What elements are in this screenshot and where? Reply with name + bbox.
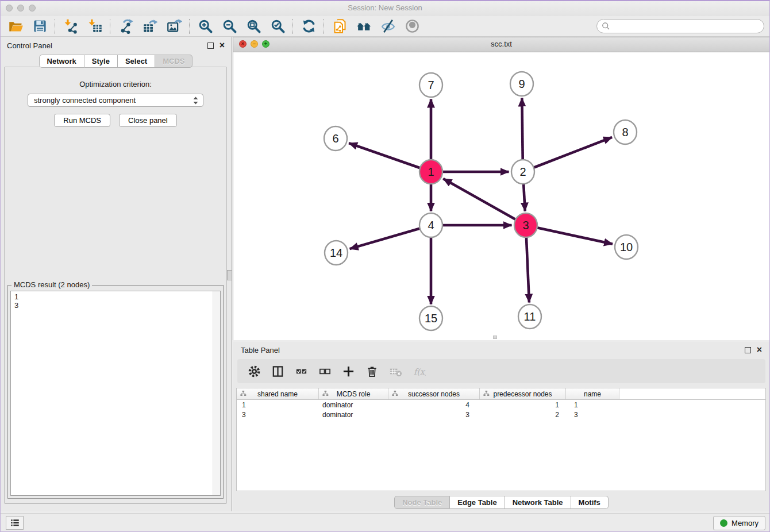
cell-mcds-role[interactable]: dominator (319, 401, 388, 409)
tab-node-table[interactable]: Node Table (394, 496, 450, 509)
import-network-icon (63, 18, 79, 34)
refresh-network-button[interactable] (297, 17, 321, 36)
edge-2-8[interactable] (523, 137, 612, 172)
edge-3-10[interactable] (526, 225, 613, 244)
cell-name[interactable]: 3 (566, 411, 619, 419)
node-10[interactable]: 10 (615, 235, 638, 259)
fx-icon: f(x) (413, 365, 426, 378)
panel-splitter-grip[interactable] (227, 270, 232, 280)
tab-select[interactable]: Select (118, 55, 155, 68)
column-header-shared-name[interactable]: shared name (237, 388, 319, 399)
column-header-label: MCDS role (337, 390, 371, 398)
network-canvas[interactable]: 1234678910111415 (233, 52, 769, 340)
new-network-button[interactable] (114, 17, 138, 36)
export-table-button[interactable] (138, 17, 162, 36)
node-9[interactable]: 9 (510, 72, 533, 96)
hide-selected-button[interactable] (376, 17, 400, 36)
float-panel-icon[interactable] (207, 43, 214, 49)
import-table-button[interactable] (83, 17, 107, 36)
zoom-selected-button[interactable] (265, 17, 290, 36)
run-mcds-button[interactable]: Run MCDS (54, 114, 110, 127)
node-15[interactable]: 15 (419, 306, 442, 330)
search-input[interactable] (596, 19, 764, 33)
gear-icon (248, 365, 261, 378)
criterion-dropdown[interactable]: strongly connected component (28, 94, 203, 107)
tab-motifs[interactable]: Motifs (571, 496, 609, 509)
import-network-button[interactable] (59, 17, 83, 36)
edge-3-1[interactable] (443, 179, 526, 225)
cell-shared-name[interactable]: 1 (237, 401, 319, 409)
result-scrollbar[interactable] (213, 291, 220, 495)
node-11[interactable]: 11 (518, 304, 541, 329)
columns-icon (271, 365, 284, 378)
edge-4-14[interactable] (350, 225, 431, 249)
network-view-window: × – + scc.txt 1234678910111415 (233, 37, 770, 340)
tab-mcds[interactable]: MCDS (155, 55, 192, 68)
memory-button[interactable]: Memory (713, 516, 765, 530)
column-settings-button[interactable] (247, 364, 261, 379)
tab-network[interactable]: Network (39, 55, 84, 68)
close-panel-icon[interactable]: × (220, 43, 225, 48)
node-14[interactable]: 14 (325, 241, 348, 265)
export-image-icon (167, 18, 182, 34)
deselect-all-button[interactable] (317, 364, 332, 379)
mcds-result-title: MCDS result (2 nodes) (11, 280, 92, 289)
table-panel-title: Table Panel (241, 346, 280, 354)
close-table-panel-icon[interactable]: × (757, 347, 762, 353)
zoom-out-button[interactable] (217, 17, 241, 36)
dropdown-stepper-icon (192, 96, 199, 105)
cell-predecessor-nodes[interactable]: 2 (480, 411, 566, 419)
column-header-name[interactable]: name (566, 388, 619, 399)
network-window-titlebar[interactable]: × – + scc.txt (233, 37, 769, 52)
node-6[interactable]: 6 (324, 126, 347, 151)
tab-edge-table[interactable]: Edge Table (450, 496, 505, 509)
node-label: 6 (332, 132, 338, 145)
cell-successor-nodes[interactable]: 4 (388, 401, 480, 409)
mcds-result-line: 3 (14, 301, 217, 310)
export-image-button[interactable] (162, 17, 186, 36)
save-session-button[interactable] (28, 17, 52, 36)
close-panel-button[interactable]: Close panel (119, 114, 177, 127)
toolbar-separator (189, 19, 190, 34)
show-columns-button[interactable] (270, 364, 285, 379)
column-header-mcds-role[interactable]: MCDS role (319, 388, 388, 399)
cell-shared-name[interactable]: 3 (237, 411, 319, 419)
toolbar-separator (292, 19, 294, 34)
column-header-label: shared name (257, 390, 298, 398)
delete-table-button (388, 364, 403, 379)
node-8[interactable]: 8 (614, 120, 637, 144)
table-row[interactable]: 1dominator411 (237, 400, 765, 410)
edge-1-6[interactable] (349, 143, 431, 172)
tab-style[interactable]: Style (84, 55, 118, 68)
column-header-successor-nodes[interactable]: successor nodes (388, 388, 480, 399)
node-7[interactable]: 7 (419, 73, 442, 97)
column-header-predecessor-nodes[interactable]: predecessor nodes (480, 388, 566, 399)
tab-network-table[interactable]: Network Table (505, 496, 571, 509)
select-all-button[interactable] (294, 364, 309, 379)
cell-successor-nodes[interactable]: 3 (388, 411, 480, 419)
node-table: shared nameMCDS rolesuccessor nodesprede… (236, 388, 766, 491)
cell-predecessor-nodes[interactable]: 1 (480, 401, 566, 409)
canvas-resize-handle[interactable] (493, 336, 497, 339)
float-table-panel-icon[interactable] (745, 347, 751, 353)
zoom-in-icon (198, 18, 213, 34)
add-column-button[interactable] (341, 364, 356, 379)
cell-name[interactable]: 1 (566, 401, 619, 409)
hide-selected-icon (380, 18, 396, 34)
copy-network-button[interactable] (328, 17, 352, 36)
zoom-in-button[interactable] (193, 17, 217, 36)
table-row[interactable]: 3dominator323 (237, 410, 765, 419)
first-neighbors-button[interactable] (352, 17, 376, 36)
show-all-button[interactable] (400, 17, 424, 36)
delete-column-button[interactable] (364, 364, 379, 379)
zoom-fit-button[interactable] (241, 17, 265, 36)
task-history-button[interactable] (6, 516, 24, 530)
node-4[interactable]: 4 (419, 213, 442, 237)
node-3[interactable]: 3 (514, 213, 537, 237)
node-1[interactable]: 1 (419, 160, 442, 184)
cell-mcds-role[interactable]: dominator (319, 411, 388, 419)
tree-icon (240, 390, 247, 398)
open-file-icon (8, 18, 24, 34)
node-2[interactable]: 2 (511, 160, 534, 184)
open-file-button[interactable] (3, 17, 28, 36)
